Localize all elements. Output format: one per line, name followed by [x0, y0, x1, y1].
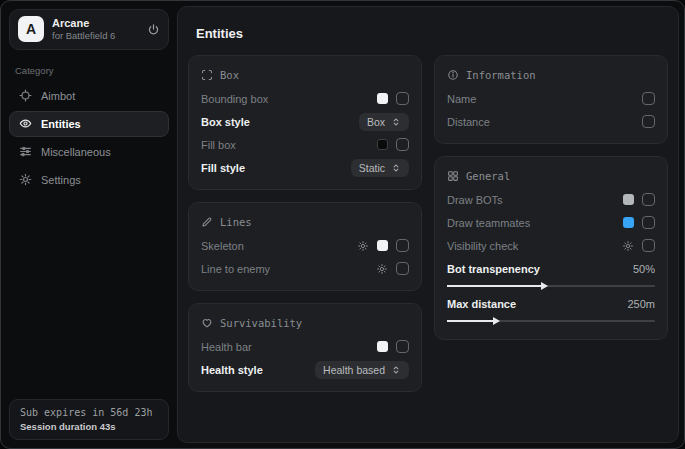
sidebar-item-label: Miscellaneous [41, 146, 111, 158]
app-logo: A [18, 16, 44, 42]
session-duration-text: Session duration 43s [20, 421, 158, 432]
box-style-dropdown[interactable]: Box [359, 113, 409, 131]
grid-icon [447, 170, 459, 182]
line-to-enemy-checkbox[interactable] [396, 262, 409, 275]
draw-bots-color-swatch[interactable] [623, 194, 634, 205]
line-to-enemy-config-gear-icon[interactable] [376, 263, 388, 275]
general-card-title: General [466, 170, 510, 182]
sidebar-item-label: Entities [41, 118, 81, 130]
health-style-dropdown[interactable]: Health based [315, 361, 409, 379]
bounding-box-checkbox[interactable] [396, 92, 409, 105]
bot-transparency-group: Bot transpenency 50% [447, 259, 655, 292]
page-title: Entities [196, 26, 668, 41]
fill-box-label: Fill box [201, 139, 377, 151]
general-card-header: General [447, 166, 655, 188]
bounding-box-row: Bounding box [201, 87, 409, 110]
health-bar-color-swatch[interactable] [377, 341, 388, 352]
draw-bots-row: Draw BOTs [447, 188, 655, 211]
information-card-title: Information [466, 69, 536, 81]
sidebar-item-label: Settings [41, 174, 81, 186]
max-distance-label: Max distance [447, 298, 627, 310]
fill-style-label: Fill style [201, 162, 351, 174]
survivability-card-title: Survivability [220, 317, 302, 329]
fill-box-color-swatch[interactable] [377, 139, 388, 150]
fill-box-row: Fill box [201, 133, 409, 156]
box-style-row: Box style Box [201, 110, 409, 133]
skeleton-checkbox[interactable] [396, 239, 409, 252]
lines-card-title: Lines [220, 216, 252, 228]
visibility-check-checkbox[interactable] [642, 239, 655, 252]
skeleton-config-gear-icon[interactable] [357, 240, 369, 252]
bounding-box-color-swatch[interactable] [377, 93, 388, 104]
sidebar: A Arcane for Battlefield 6 Category Aimb… [1, 1, 177, 448]
bot-transparency-slider[interactable] [447, 280, 655, 292]
information-card: Information Name Distance [434, 55, 668, 144]
power-icon[interactable] [147, 23, 160, 36]
app-header-card: A Arcane for Battlefield 6 [9, 9, 169, 50]
name-row: Name [447, 87, 655, 110]
app-subtitle: for Battlefield 6 [52, 30, 115, 42]
distance-row: Distance [447, 110, 655, 133]
health-style-label: Health style [201, 364, 315, 376]
draw-teammates-row: Draw teammates [447, 211, 655, 234]
name-label: Name [447, 93, 642, 105]
sidebar-item-miscellaneous[interactable]: Miscellaneous [9, 139, 169, 165]
chevrons-up-down-icon [391, 117, 401, 127]
bot-transparency-value: 50% [633, 263, 655, 275]
draw-bots-checkbox[interactable] [642, 193, 655, 206]
max-distance-group: Max distance 250m [447, 294, 655, 327]
distance-checkbox[interactable] [642, 115, 655, 128]
information-card-header: Information [447, 65, 655, 87]
bot-transparency-row: Bot transpenency 50% [447, 259, 655, 279]
skeleton-row: Skeleton [201, 234, 409, 257]
fill-style-dropdown[interactable]: Static [351, 159, 409, 177]
visibility-check-config-gear-icon[interactable] [622, 240, 634, 252]
slider-fill [447, 285, 541, 287]
draw-teammates-label: Draw teammates [447, 217, 623, 229]
max-distance-slider[interactable] [447, 315, 655, 327]
draw-teammates-color-swatch[interactable] [623, 217, 634, 228]
draw-teammates-checkbox[interactable] [642, 216, 655, 229]
name-checkbox[interactable] [642, 92, 655, 105]
skeleton-label: Skeleton [201, 240, 357, 252]
lines-card: Lines Skeleton [188, 202, 422, 291]
sidebar-item-entities[interactable]: Entities [9, 111, 169, 137]
app-name: Arcane [52, 16, 115, 30]
visibility-check-row: Visibility check [447, 234, 655, 257]
box-style-label: Box style [201, 116, 359, 128]
fill-style-row: Fill style Static [201, 156, 409, 179]
line-to-enemy-row: Line to enemy [201, 257, 409, 280]
sub-expiry-text: Sub expires in 56d 23h [20, 407, 158, 418]
scan-corners-icon [201, 69, 213, 81]
slider-fill [447, 320, 493, 322]
heart-icon [201, 317, 213, 329]
health-style-value: Health based [323, 364, 385, 376]
sliders-icon [19, 145, 32, 158]
sidebar-item-label: Aimbot [41, 90, 75, 102]
eye-icon [19, 117, 32, 130]
fill-style-value: Static [359, 162, 385, 174]
draw-bots-label: Draw BOTs [447, 194, 623, 206]
bounding-box-label: Bounding box [201, 93, 377, 105]
chevrons-up-down-icon [391, 163, 401, 173]
gear-icon [19, 173, 32, 186]
sidebar-item-aimbot[interactable]: Aimbot [9, 83, 169, 109]
box-style-value: Box [367, 116, 385, 128]
health-bar-checkbox[interactable] [396, 340, 409, 353]
health-style-row: Health style Health based [201, 358, 409, 381]
general-card: General Draw BOTs Draw teammates [434, 156, 668, 340]
category-label: Category [15, 65, 163, 76]
info-icon [447, 69, 459, 81]
fill-box-checkbox[interactable] [396, 138, 409, 151]
skeleton-color-swatch[interactable] [377, 240, 388, 251]
app-title-block: Arcane for Battlefield 6 [52, 16, 115, 43]
sidebar-item-settings[interactable]: Settings [9, 167, 169, 193]
chevrons-up-down-icon [391, 365, 401, 375]
app-window: A Arcane for Battlefield 6 Category Aimb… [0, 0, 685, 449]
visibility-check-label: Visibility check [447, 240, 622, 252]
max-distance-row: Max distance 250m [447, 294, 655, 314]
bot-transparency-label: Bot transpenency [447, 263, 633, 275]
main-panel: Entities Box Bounding box [177, 6, 679, 443]
line-to-enemy-label: Line to enemy [201, 263, 376, 275]
pencil-icon [201, 216, 213, 228]
